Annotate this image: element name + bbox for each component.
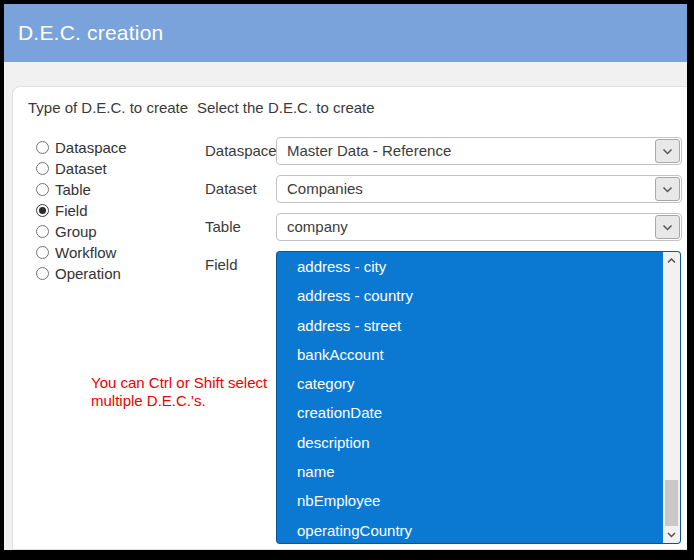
radio-label: Group — [55, 223, 97, 240]
radio-label: Workflow — [55, 244, 116, 261]
list-item[interactable]: creationDate — [277, 398, 663, 427]
radio-label: Operation — [55, 265, 121, 282]
table-select-value: company — [287, 218, 348, 235]
radio-option-table[interactable]: Table — [36, 179, 127, 200]
list-item[interactable]: description — [277, 428, 663, 457]
list-item[interactable]: name — [277, 457, 663, 486]
dec-type-radio-group: Dataspace Dataset Table Field Group — [36, 137, 127, 284]
radio-option-dataspace[interactable]: Dataspace — [36, 137, 127, 158]
radio-option-group[interactable]: Group — [36, 221, 127, 242]
dropdown-button[interactable] — [655, 139, 680, 163]
radio-label: Field — [55, 202, 88, 219]
dropdown-button[interactable] — [655, 215, 680, 239]
multi-select-hint: You can Ctrl or Shift select multiple D.… — [91, 374, 267, 410]
radio-label: Dataset — [55, 160, 107, 177]
table-label: Table — [205, 213, 241, 241]
dec-creation-dialog: D.E.C. creation Type of D.E.C. to create… — [4, 4, 687, 550]
type-of-dec-heading: Type of D.E.C. to create — [28, 99, 188, 116]
radio-circle-checked-icon — [36, 204, 49, 217]
chevron-down-icon — [662, 148, 673, 155]
hint-line-2: multiple D.E.C.'s. — [91, 392, 267, 410]
list-item[interactable]: address - street — [277, 311, 663, 340]
radio-label: Dataspace — [55, 139, 127, 156]
radio-option-operation[interactable]: Operation — [36, 263, 127, 284]
dataset-select-value: Companies — [287, 180, 363, 197]
chevron-up-icon — [667, 258, 676, 264]
radio-circle-icon — [36, 246, 49, 259]
chevron-down-icon — [667, 532, 676, 538]
chevron-down-icon — [662, 186, 673, 193]
radio-circle-icon — [36, 267, 49, 280]
table-select[interactable]: company — [276, 213, 682, 241]
list-item[interactable]: address - city — [277, 252, 663, 281]
field-label: Field — [205, 251, 238, 279]
radio-option-workflow[interactable]: Workflow — [36, 242, 127, 263]
scrollbar-thumb[interactable] — [665, 480, 678, 526]
field-multiselect-list[interactable]: address - city address - country address… — [276, 251, 681, 544]
dataset-select[interactable]: Companies — [276, 175, 682, 203]
radio-label: Table — [55, 181, 91, 198]
screenshot-frame: D.E.C. creation Type of D.E.C. to create… — [0, 0, 694, 560]
dataspace-select-value: Master Data - Reference — [287, 142, 451, 159]
dialog-title: D.E.C. creation — [18, 21, 163, 45]
dropdown-button[interactable] — [655, 177, 680, 201]
scroll-down-button[interactable] — [663, 526, 680, 543]
field-list-items: address - city address - country address… — [277, 252, 663, 543]
list-item[interactable]: address - country — [277, 281, 663, 310]
dialog-titlebar: D.E.C. creation — [4, 4, 687, 62]
scroll-up-button[interactable] — [663, 252, 680, 269]
radio-circle-icon — [36, 141, 49, 154]
list-item[interactable]: operatingCountry — [277, 516, 663, 544]
dataspace-label: Dataspace — [205, 137, 277, 165]
radio-circle-icon — [36, 162, 49, 175]
dataset-label: Dataset — [205, 175, 257, 203]
dataspace-select[interactable]: Master Data - Reference — [276, 137, 682, 165]
chevron-down-icon — [662, 224, 673, 231]
select-dec-heading: Select the D.E.C. to create — [197, 99, 375, 116]
radio-circle-icon — [36, 225, 49, 238]
list-scrollbar[interactable] — [663, 252, 680, 543]
list-item[interactable]: bankAccount — [277, 340, 663, 369]
list-item[interactable]: category — [277, 369, 663, 398]
list-item[interactable]: nbEmployee — [277, 486, 663, 515]
content-panel: Type of D.E.C. to create Dataspace Datas… — [12, 86, 687, 550]
radio-option-field[interactable]: Field — [36, 200, 127, 221]
radio-circle-icon — [36, 183, 49, 196]
hint-line-1: You can Ctrl or Shift select — [91, 374, 267, 392]
radio-option-dataset[interactable]: Dataset — [36, 158, 127, 179]
